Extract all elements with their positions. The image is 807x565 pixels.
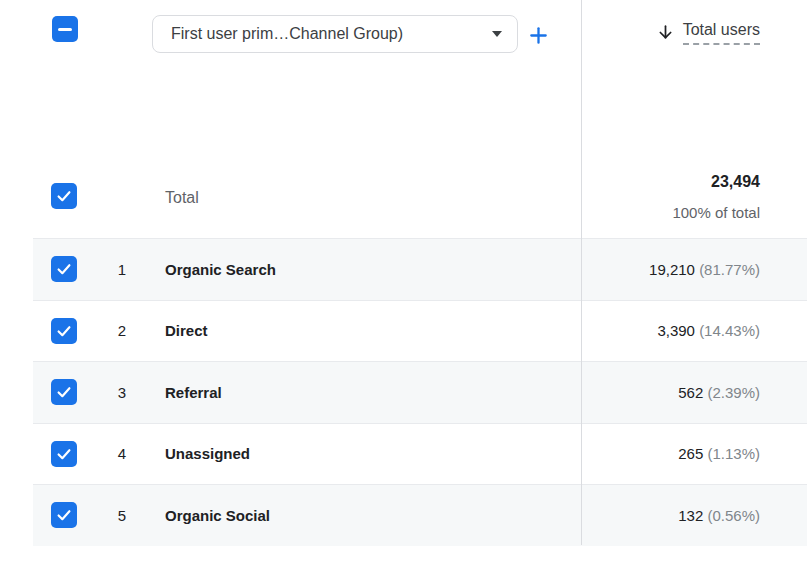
row-channel-name: Organic Social [165, 507, 270, 524]
sort-descending-arrow-icon [656, 23, 675, 42]
analytics-table: First user prim…Channel Group) Total use… [0, 0, 807, 565]
row-rank: 4 [110, 445, 134, 462]
checkmark-icon [54, 186, 74, 206]
row-channel-name: Unassigned [165, 445, 250, 462]
table-row: 2 Direct 3,390 (14.43%) [33, 300, 807, 362]
row-checkbox[interactable] [51, 256, 77, 282]
metric-header-total-users[interactable]: Total users [656, 21, 760, 45]
row-rank: 5 [110, 507, 134, 524]
row-value-cell: 19,210 (81.77%) [649, 261, 807, 278]
row-channel-name: Direct [165, 322, 208, 339]
row-checkbox[interactable] [51, 441, 77, 467]
row-checkbox[interactable] [51, 502, 77, 528]
checkmark-icon [54, 444, 74, 464]
table-body: 1 Organic Search 19,210 (81.77%) 2 Direc… [0, 238, 807, 546]
row-value-cell: 132 (0.56%) [678, 507, 807, 524]
row-users-value: 562 [678, 384, 707, 401]
checkmark-icon [54, 259, 74, 279]
caret-down-icon [492, 31, 502, 37]
row-value-cell: 265 (1.13%) [678, 445, 807, 462]
select-all-checkbox[interactable] [52, 16, 78, 42]
totals-users-value: 23,494 [672, 170, 760, 193]
row-share-percent: (81.77%) [699, 261, 760, 278]
row-users-value: 3,390 [657, 322, 699, 339]
row-share-percent: (14.43%) [699, 322, 760, 339]
table-row: 5 Organic Social 132 (0.56%) [33, 484, 807, 546]
plus-icon [527, 24, 550, 47]
row-users-value: 19,210 [649, 261, 699, 278]
row-value-cell: 3,390 (14.43%) [657, 322, 807, 339]
totals-values: 23,494 100% of total [672, 170, 760, 223]
totals-label: Total [165, 188, 199, 207]
table-row: 4 Unassigned 265 (1.13%) [33, 423, 807, 485]
totals-share-of-total: 100% of total [672, 202, 760, 223]
row-rank: 3 [110, 384, 134, 401]
dimension-dropdown[interactable]: First user prim…Channel Group) [152, 15, 518, 53]
row-checkbox[interactable] [51, 379, 77, 405]
column-divider [581, 0, 582, 545]
checkmark-icon [54, 505, 74, 525]
checkmark-icon [54, 382, 74, 402]
row-users-value: 132 [678, 507, 707, 524]
row-rank: 1 [110, 261, 134, 278]
checkmark-icon [54, 321, 74, 341]
dimension-dropdown-value: First user prim…Channel Group) [171, 25, 403, 43]
table-row: 3 Referral 562 (2.39%) [33, 361, 807, 423]
indeterminate-checkbox-icon [58, 28, 72, 31]
metric-header-label: Total users [683, 21, 760, 45]
row-checkbox[interactable] [51, 318, 77, 344]
row-share-percent: (1.13%) [707, 445, 760, 462]
row-channel-name: Referral [165, 384, 222, 401]
table-row: 1 Organic Search 19,210 (81.77%) [33, 238, 807, 300]
row-rank: 2 [110, 322, 134, 339]
row-channel-name: Organic Search [165, 261, 276, 278]
totals-row: Total 23,494 100% of total [0, 155, 807, 237]
add-dimension-button[interactable] [526, 23, 550, 47]
row-share-percent: (2.39%) [707, 384, 760, 401]
row-value-cell: 562 (2.39%) [678, 384, 807, 401]
totals-checkbox[interactable] [51, 183, 77, 209]
row-share-percent: (0.56%) [707, 507, 760, 524]
row-users-value: 265 [678, 445, 707, 462]
